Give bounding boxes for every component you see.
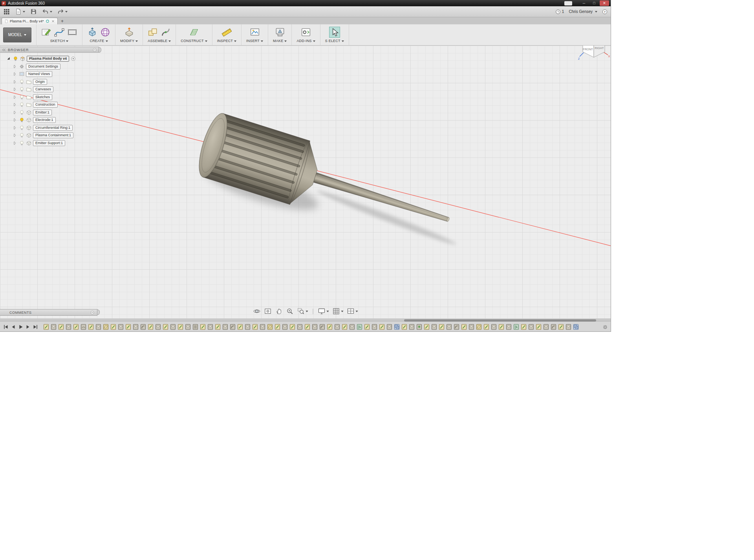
app-grid-button[interactable] xyxy=(3,8,10,15)
collapsed-arrow-icon[interactable] xyxy=(12,102,18,108)
timeline-feature-sketch-icon[interactable] xyxy=(148,324,153,330)
browser-item[interactable]: Emitter:1 xyxy=(0,109,99,117)
timeline-feature-extrude-icon[interactable] xyxy=(170,324,176,330)
visibility-bulb-icon[interactable] xyxy=(19,140,25,146)
minimize-panel-icon[interactable] xyxy=(92,48,97,52)
collapsed-arrow-icon[interactable] xyxy=(12,71,18,77)
timeline-feature-sketch-icon[interactable] xyxy=(461,324,467,330)
item-label[interactable]: Sketches xyxy=(33,94,52,100)
timeline-feature-extrude-icon[interactable] xyxy=(223,324,228,330)
timeline-feature-fillet-icon[interactable] xyxy=(454,324,459,330)
select-icon[interactable] xyxy=(329,27,340,37)
visibility-bulb-icon[interactable] xyxy=(19,125,25,131)
timeline-feature-combine-icon[interactable] xyxy=(573,324,578,330)
timeline-feature-extrude-icon[interactable] xyxy=(506,324,511,330)
timeline-feature-sketch-icon[interactable] xyxy=(238,324,243,330)
timeline-scroll-thumb[interactable] xyxy=(404,319,596,322)
job-status-button[interactable]: 1 xyxy=(555,9,564,15)
help-icon[interactable]: ? xyxy=(602,9,608,15)
timeline-feature-sketch-icon[interactable] xyxy=(402,324,407,330)
browser-item[interactable]: Canvases xyxy=(0,86,99,93)
skip-start-button[interactable] xyxy=(2,324,9,330)
visibility-bulb-icon[interactable] xyxy=(19,86,25,92)
ribbon-group-label-insert[interactable]: INSERT xyxy=(246,39,263,43)
minimize-button[interactable]: ─ xyxy=(579,0,589,6)
ribbon-group-label-sketch[interactable]: SKETCH xyxy=(50,39,69,43)
collapsed-arrow-icon[interactable] xyxy=(12,94,18,100)
skip-end-button[interactable] xyxy=(32,324,39,330)
browser-panel-header[interactable]: BROWSER xyxy=(0,47,99,53)
play-button[interactable] xyxy=(17,324,24,330)
maximize-button[interactable]: □ xyxy=(589,0,599,6)
timeline-feature-combine-icon[interactable] xyxy=(394,324,399,330)
visibility-bulb-icon[interactable] xyxy=(19,132,25,138)
timeline-feature-sketch-icon[interactable] xyxy=(327,324,332,330)
timeline-feature-joint-icon[interactable] xyxy=(417,324,422,330)
visibility-bulb-icon[interactable] xyxy=(19,79,25,85)
timeline-feature-extrude-icon[interactable] xyxy=(387,324,392,330)
activate-radio-icon[interactable] xyxy=(70,56,76,62)
timeline-feature-extrude-icon[interactable] xyxy=(491,324,496,330)
file-menu-button[interactable] xyxy=(15,8,25,15)
timeline-feature-extrude-icon[interactable] xyxy=(51,324,56,330)
visibility-bulb-icon[interactable] xyxy=(19,117,25,123)
step-back-button[interactable] xyxy=(10,324,16,330)
browser-item[interactable]: Emitter Support:1 xyxy=(0,139,99,147)
display-settings-button[interactable] xyxy=(318,307,329,315)
collapsed-arrow-icon[interactable] xyxy=(12,132,18,138)
visibility-bulb-icon[interactable] xyxy=(19,110,25,115)
spline-icon[interactable] xyxy=(54,27,64,37)
expanded-arrow-icon[interactable] xyxy=(5,56,11,62)
timeline-feature-extrude-icon[interactable] xyxy=(447,324,452,330)
timeline-feature-extrude-icon[interactable] xyxy=(185,324,190,330)
timeline-feature-fillet-icon[interactable] xyxy=(320,324,325,330)
timeline-feature-extrude-icon[interactable] xyxy=(133,324,138,330)
grid-display-button[interactable] xyxy=(332,307,343,315)
sync-status-icon[interactable] xyxy=(46,19,49,23)
timeline-feature-extrude-icon[interactable] xyxy=(432,324,437,330)
close-button[interactable]: ✕ xyxy=(600,0,609,6)
step-forward-button[interactable] xyxy=(25,324,31,330)
look-at-button[interactable] xyxy=(264,307,271,315)
collapsed-arrow-icon[interactable] xyxy=(12,140,18,146)
measure-icon[interactable] xyxy=(221,27,232,37)
timeline-feature-mirror-icon[interactable] xyxy=(514,324,519,330)
timeline-feature-sketch-icon[interactable] xyxy=(499,324,504,330)
timeline-feature-sketch-icon[interactable] xyxy=(111,324,116,330)
timeline-feature-sketch-icon[interactable] xyxy=(253,324,258,330)
timeline-feature-sketch-icon[interactable] xyxy=(59,324,64,330)
make-icon[interactable] xyxy=(275,27,285,37)
expand-comments-icon[interactable] xyxy=(90,310,95,315)
timeline-feature-sketch-icon[interactable] xyxy=(126,324,131,330)
timeline-feature-sketch-icon[interactable] xyxy=(200,324,205,330)
ribbon-group-label-addins[interactable]: ADD-INS xyxy=(296,39,315,43)
item-label[interactable]: Emitter:1 xyxy=(33,110,52,115)
timeline-feature-sketch-icon[interactable] xyxy=(521,324,526,330)
timeline-feature-extrude-icon[interactable] xyxy=(282,324,287,330)
save-button[interactable] xyxy=(30,8,37,15)
timeline-options-icon[interactable] xyxy=(602,324,608,330)
timeline-feature-extrude-icon[interactable] xyxy=(372,324,377,330)
timeline-feature-sketch-icon[interactable] xyxy=(44,324,49,330)
ribbon-group-label-construct[interactable]: CONSTRUCT xyxy=(181,39,207,43)
press-pull-icon[interactable] xyxy=(124,27,134,37)
timeline-feature-extrude-icon[interactable] xyxy=(469,324,474,330)
browser-item[interactable]: Document Settings xyxy=(0,63,99,71)
timeline-feature-sketch-icon[interactable] xyxy=(536,324,541,330)
timeline-scrollbar[interactable] xyxy=(0,319,611,322)
timeline-feature-sketch-icon[interactable] xyxy=(424,324,429,330)
construct-plane-icon[interactable] xyxy=(189,27,199,37)
collapsed-arrow-icon[interactable] xyxy=(12,64,18,70)
zoom-button[interactable] xyxy=(286,307,293,315)
browser-item[interactable]: Named Views xyxy=(0,70,99,78)
timeline-feature-extrude-icon[interactable] xyxy=(529,324,534,330)
comments-panel[interactable]: COMMENTS xyxy=(0,309,97,316)
timeline-feature-sketch-icon[interactable] xyxy=(558,324,564,330)
browser-item[interactable]: Origin xyxy=(0,78,99,86)
timeline-feature-sketch-icon[interactable] xyxy=(305,324,310,330)
timeline-feature-sketch-icon[interactable] xyxy=(342,324,347,330)
timeline-feature-extrude-icon[interactable] xyxy=(312,324,317,330)
timeline-feature-extrude-icon[interactable] xyxy=(335,324,340,330)
timeline-feature-fillet-icon[interactable] xyxy=(551,324,556,330)
timeline-feature-extrude-icon[interactable] xyxy=(297,324,302,330)
